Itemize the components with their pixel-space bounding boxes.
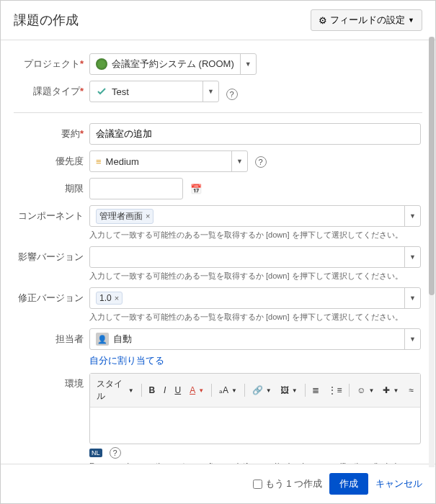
components-label: コンポーネント xyxy=(18,210,84,221)
priority-medium-icon: ≡ xyxy=(96,156,102,167)
dialog-footer: もう 1 つ作成 作成 キャンセル xyxy=(1,464,435,503)
priority-label: 優先度 xyxy=(55,156,84,166)
style-dropdown[interactable]: スタイル▼ xyxy=(93,376,138,405)
test-type-icon xyxy=(96,86,107,97)
component-tag: 管理者画面 × xyxy=(96,209,154,224)
project-select[interactable]: 会議室予約システム (ROOM) ▼ xyxy=(89,53,257,75)
chevron-down-icon[interactable]: ▼ xyxy=(404,206,420,226)
summary-label: 要約 xyxy=(61,128,80,139)
expand-icon[interactable]: ≈ xyxy=(405,383,417,397)
affects-version-select[interactable]: ▼ xyxy=(89,246,421,268)
dialog-title: 課題の作成 xyxy=(14,12,79,29)
fix-version-label: 修正バージョン xyxy=(18,292,84,303)
divider xyxy=(14,112,422,113)
info-badge-icon: NL xyxy=(89,449,102,457)
components-select[interactable]: 管理者画面 × ▼ xyxy=(89,205,421,227)
fix-version-hint: 入力して一致する可能性のある一覧を取得するか [down] を押下して選択してく… xyxy=(89,312,421,323)
configure-fields-button[interactable]: ⚙ フィールドの設定 ▼ xyxy=(311,9,422,31)
due-date-label: 期限 xyxy=(65,183,84,194)
underline-icon[interactable]: U xyxy=(171,383,184,397)
gear-icon: ⚙ xyxy=(319,15,327,26)
number-list-icon[interactable]: ⋮≡ xyxy=(324,383,345,397)
summary-input[interactable] xyxy=(89,123,421,145)
project-value: 会議室予約システム (ROOM) xyxy=(112,58,234,71)
create-another-label: もう 1 つ作成 xyxy=(265,477,322,490)
assign-to-me-link[interactable]: 自分に割り当てる xyxy=(89,355,164,366)
help-icon[interactable]: ? xyxy=(110,447,121,459)
emoji-icon[interactable]: ☺▼ xyxy=(353,383,378,397)
issue-type-select[interactable]: Test ▼ xyxy=(89,81,219,102)
text-color-icon[interactable]: A▼ xyxy=(186,383,208,397)
more-icon[interactable]: ✚▼ xyxy=(379,383,402,397)
chevron-down-icon[interactable]: ▼ xyxy=(203,81,218,102)
issue-type-label: 課題タイプ xyxy=(33,86,80,96)
help-icon[interactable]: ? xyxy=(226,89,238,100)
rte-toolbar: スタイル▼ B I U A▼ ₐA▼ 🔗▼ 🖼▼ ≣ ⋮≡ xyxy=(90,374,420,408)
create-another-checkbox[interactable]: もう 1 つ作成 xyxy=(253,477,322,490)
assignee-select[interactable]: 👤 自動 ▼ xyxy=(89,328,421,350)
components-hint: 入力して一致する可能性のある一覧を取得するか [down] を押下して選択してく… xyxy=(89,230,421,240)
cancel-button[interactable]: キャンセル xyxy=(375,477,422,490)
italic-icon[interactable]: I xyxy=(160,383,169,397)
priority-value: Medium xyxy=(106,156,139,167)
configure-fields-label: フィールドの設定 xyxy=(330,14,405,27)
affects-version-hint: 入力して一致する可能性のある一覧を取得するか [down] を押下して選択してく… xyxy=(89,271,421,282)
fix-version-select[interactable]: 1.0 × ▼ xyxy=(89,287,421,309)
image-icon[interactable]: 🖼▼ xyxy=(277,383,301,397)
help-icon[interactable]: ? xyxy=(255,156,267,168)
chevron-down-icon[interactable]: ▼ xyxy=(404,288,420,308)
chevron-down-icon[interactable]: ▼ xyxy=(240,54,256,74)
bullet-list-icon[interactable]: ≣ xyxy=(308,383,323,397)
due-date-input[interactable] xyxy=(89,178,183,199)
assignee-label: 担当者 xyxy=(55,333,84,344)
remove-tag-icon[interactable]: × xyxy=(115,294,119,302)
bold-icon[interactable]: B xyxy=(145,383,159,397)
calendar-icon[interactable]: 📅 xyxy=(190,184,202,194)
project-icon xyxy=(96,58,107,70)
fix-version-tag: 1.0 × xyxy=(96,292,123,305)
issue-type-value: Test xyxy=(112,86,129,97)
dialog-header: 課題の作成 ⚙ フィールドの設定 ▼ xyxy=(1,1,435,40)
affects-version-label: 影響バージョン xyxy=(18,251,84,262)
chevron-down-icon[interactable]: ▼ xyxy=(404,247,420,267)
create-another-input[interactable] xyxy=(253,480,262,489)
scrollbar-thumb[interactable] xyxy=(429,37,435,295)
create-issue-dialog: 課題の作成 ⚙ フィールドの設定 ▼ プロジェクト* 会議室予約システム (RO… xyxy=(0,0,436,504)
avatar-icon: 👤 xyxy=(96,333,109,346)
dialog-body: プロジェクト* 会議室予約システム (ROOM) ▼ 課題タイプ* Test xyxy=(1,40,435,464)
link-icon[interactable]: 🔗▼ xyxy=(249,383,275,397)
create-button[interactable]: 作成 xyxy=(329,473,368,495)
priority-select[interactable]: ≡ Medium ▼ xyxy=(89,150,248,172)
chevron-down-icon[interactable]: ▼ xyxy=(404,329,420,349)
chevron-down-icon[interactable]: ▼ xyxy=(231,151,247,171)
subscript-icon[interactable]: ₐA▼ xyxy=(215,383,241,397)
assignee-value: 自動 xyxy=(113,333,132,346)
chevron-down-icon: ▼ xyxy=(408,17,414,24)
environment-editor: スタイル▼ B I U A▼ ₐA▼ 🔗▼ 🖼▼ ≣ ⋮≡ xyxy=(89,373,421,444)
environment-textarea[interactable] xyxy=(90,408,420,444)
project-label: プロジェクト xyxy=(24,58,80,69)
environment-label: 環境 xyxy=(65,378,84,389)
remove-tag-icon[interactable]: × xyxy=(146,212,150,220)
scrollbar[interactable] xyxy=(429,37,435,467)
